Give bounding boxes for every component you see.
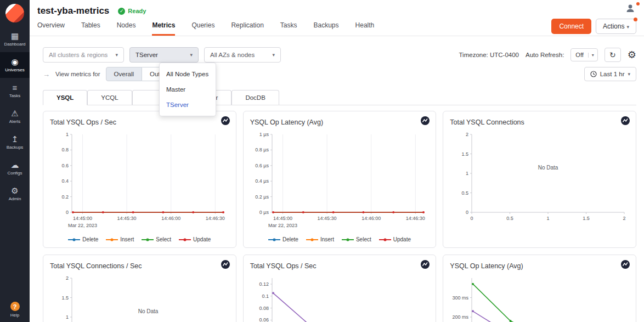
- menu-item-master[interactable]: Master: [160, 82, 216, 97]
- svg-text:0: 0: [471, 216, 473, 221]
- chart-panel: Total YSQL Ops / Sec 10.80.60.40.2014:45…: [43, 111, 236, 248]
- chevron-down-icon: ▾: [115, 52, 118, 58]
- tab-metrics[interactable]: Metrics: [152, 21, 175, 36]
- filters-row: All clusters & regions▾ TServer▾ All AZs…: [43, 47, 636, 63]
- notification-dot: [636, 2, 640, 5]
- chart-title: Total YSQL Connections: [450, 118, 524, 126]
- user-icon[interactable]: [625, 3, 635, 15]
- sidebar-item-universes[interactable]: ◉ Universes: [0, 52, 30, 78]
- dashboard-icon: ▦: [11, 32, 19, 40]
- svg-text:0.4 µs: 0.4 µs: [255, 178, 269, 184]
- admin-icon: ⚙: [11, 187, 18, 195]
- legend-item[interactable]: Update: [179, 236, 211, 242]
- legend-item[interactable]: Select: [342, 236, 371, 242]
- chart-svg: 1 µs0.8 µs0.6 µs0.4 µs0.2 µs0 µs14:45:00…: [250, 130, 429, 233]
- sidebar-item-backups[interactable]: ↥ Backups: [0, 129, 30, 155]
- svg-text:14:46:30: 14:46:30: [206, 216, 225, 221]
- sidebar: ▦ Dashboard ◉ Universes ≡ Tasks ⚠ Alerts…: [0, 0, 30, 322]
- svg-text:0.2 µs: 0.2 µs: [255, 194, 269, 200]
- svg-text:0.4: 0.4: [61, 178, 69, 184]
- svg-text:14:45:00: 14:45:00: [73, 216, 92, 221]
- actions-notification-dot: [634, 18, 637, 21]
- svg-text:1 µs: 1 µs: [259, 132, 269, 137]
- legend-item[interactable]: Delete: [68, 236, 98, 242]
- svg-text:14:46:00: 14:46:00: [161, 216, 180, 221]
- refresh-button[interactable]: ↻: [605, 48, 621, 62]
- universe-tabbar: Overview Tables Nodes Metrics Queries Re…: [30, 18, 644, 36]
- svg-text:Mar 22, 2023: Mar 22, 2023: [68, 223, 97, 228]
- svg-text:No Data: No Data: [138, 308, 159, 314]
- az-nodes-dropdown[interactable]: All AZs & nodes▾: [204, 47, 281, 63]
- tab-replication[interactable]: Replication: [231, 21, 263, 36]
- metric-tab-docdb[interactable]: DocDB: [231, 90, 279, 105]
- svg-text:2: 2: [466, 132, 468, 137]
- node-type-dropdown[interactable]: TServer▾: [129, 47, 199, 63]
- tasks-icon: ≡: [13, 83, 18, 92]
- chart-svg: 300 ms200 ms: [450, 274, 629, 322]
- page-title: test-yba-metrics: [37, 5, 109, 16]
- metric-tab-ycql[interactable]: YCQL: [87, 90, 132, 105]
- chart-title: Total YSQL Ops / Sec: [250, 262, 317, 270]
- chart-panel: Total YSQL Connections 21.510.5000.511.5…: [443, 111, 636, 248]
- menu-item-tserver[interactable]: TServer: [160, 97, 216, 112]
- chart-settings-icon[interactable]: [620, 116, 630, 126]
- legend-item[interactable]: Delete: [268, 236, 298, 242]
- legend-item[interactable]: Insert: [306, 236, 334, 242]
- chart-settings-icon[interactable]: [420, 116, 430, 126]
- status-badge: ✓ Ready: [118, 8, 146, 15]
- svg-text:2: 2: [66, 275, 69, 281]
- sidebar-item-dashboard[interactable]: ▦ Dashboard: [0, 26, 30, 52]
- sidebar-item-admin[interactable]: ⚙ Admin: [0, 181, 30, 207]
- tab-tables[interactable]: Tables: [81, 21, 100, 36]
- tab-queries[interactable]: Queries: [191, 21, 214, 36]
- svg-text:0 µs: 0 µs: [259, 210, 269, 215]
- tab-backups[interactable]: Backups: [314, 21, 339, 36]
- configs-icon: ☁: [11, 161, 19, 169]
- svg-text:0.1: 0.1: [262, 293, 269, 299]
- svg-text:1.5: 1.5: [583, 216, 590, 221]
- auto-refresh-toggle[interactable]: Off ▾: [570, 48, 598, 61]
- svg-text:14:46:00: 14:46:00: [361, 216, 381, 221]
- logo-icon: [5, 4, 24, 22]
- svg-text:1: 1: [547, 216, 550, 221]
- tab-nodes[interactable]: Nodes: [117, 21, 136, 36]
- chevron-down-icon: ▾: [190, 52, 193, 58]
- menu-item-all-node-types[interactable]: All Node Types: [160, 66, 216, 82]
- svg-text:14:45:30: 14:45:30: [117, 216, 137, 221]
- legend-item[interactable]: Select: [142, 236, 171, 242]
- clusters-regions-dropdown[interactable]: All clusters & regions▾: [43, 47, 124, 63]
- sidebar-item-alerts[interactable]: ⚠ Alerts: [0, 104, 30, 129]
- svg-text:0.6 µs: 0.6 µs: [255, 163, 269, 168]
- chart-panel: YSQL Op Latency (Avg) 300 ms200 ms: [443, 255, 636, 322]
- actions-button[interactable]: Actions▾: [596, 19, 636, 34]
- tab-tasks[interactable]: Tasks: [280, 21, 297, 36]
- chart-settings-icon[interactable]: [221, 259, 230, 269]
- node-type-menu: All Node Types Master TServer: [159, 63, 216, 116]
- app-window: ▦ Dashboard ◉ Universes ≡ Tasks ⚠ Alerts…: [0, 0, 644, 322]
- legend-item[interactable]: Insert: [106, 236, 134, 242]
- tab-overview[interactable]: Overview: [37, 21, 65, 36]
- connect-button[interactable]: Connect: [551, 19, 591, 34]
- gear-icon[interactable]: ⚙: [628, 50, 636, 60]
- chart-settings-icon[interactable]: [620, 259, 630, 269]
- chart-settings-icon[interactable]: [420, 259, 430, 269]
- yugabyte-logo[interactable]: [0, 0, 30, 26]
- legend-item[interactable]: Update: [379, 236, 411, 242]
- arrow-right-icon: →: [43, 70, 50, 78]
- sidebar-item-tasks[interactable]: ≡ Tasks: [0, 78, 30, 104]
- chart-settings-icon[interactable]: [221, 116, 230, 126]
- time-range-dropdown[interactable]: Last 1 hr ▾: [584, 67, 636, 81]
- metric-tab-ysql[interactable]: YSQL: [43, 90, 87, 105]
- sidebar-item-help[interactable]: ? Help: [0, 302, 30, 318]
- svg-text:0.8: 0.8: [61, 147, 69, 152]
- svg-text:0.6: 0.6: [61, 163, 69, 168]
- svg-text:1: 1: [66, 132, 69, 137]
- sidebar-item-configs[interactable]: ☁ Configs: [0, 155, 30, 181]
- tab-health[interactable]: Health: [355, 21, 375, 36]
- legend-line-icon: [68, 238, 80, 242]
- overall-button[interactable]: Overall: [106, 67, 142, 81]
- svg-text:0.12: 0.12: [259, 281, 269, 287]
- svg-text:14:45:00: 14:45:00: [273, 216, 292, 221]
- refresh-icon: ↻: [609, 50, 616, 59]
- clock-icon: [590, 71, 597, 77]
